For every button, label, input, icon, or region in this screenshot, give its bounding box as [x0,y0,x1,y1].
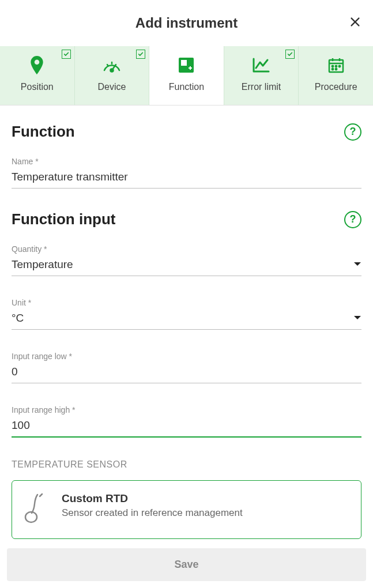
field-range-low: Input range low * [12,352,361,383]
section-header-function: Function ? [12,123,361,141]
svg-point-18 [335,69,336,70]
quantity-select[interactable]: Temperature [12,258,361,276]
close-button[interactable] [349,16,361,31]
section-header-function-input: Function input ? [12,210,361,228]
tabs-bar: Position Device Function Error limit Pro… [0,46,373,105]
gauge-icon [102,56,122,74]
svg-point-14 [331,66,333,67]
sensor-card-description: Sensor created in reference management [62,507,243,519]
pin-icon [29,56,44,74]
tab-label: Device [97,82,126,92]
field-range-high: Input range high * [12,405,361,438]
unit-label: Unit * [12,298,361,307]
save-button[interactable]: Save [7,548,366,581]
svg-rect-7 [181,60,187,66]
calendar-icon [327,56,345,74]
footer: Save [0,541,373,588]
tab-label: Position [21,82,54,92]
name-label: Name * [12,157,361,166]
unit-value: °C [12,312,361,325]
section-title: Function input [12,210,116,228]
range-high-label: Input range high * [12,405,361,414]
tab-error-limit[interactable]: Error limit [224,46,299,105]
svg-point-17 [331,69,333,70]
tab-check-icon [62,50,71,59]
tab-position[interactable]: Position [0,46,75,105]
svg-point-15 [335,66,336,67]
name-input[interactable] [12,171,361,183]
dialog-header: Add instrument [0,0,373,46]
quantity-value: Temperature [12,258,361,271]
question-icon: ? [350,213,356,225]
tab-procedure[interactable]: Procedure [299,46,373,105]
svg-line-4 [107,65,108,66]
temperature-sensor-header: TEMPERATURE SENSOR [12,459,361,470]
field-name: Name * [12,157,361,189]
tab-function[interactable]: Function [149,46,224,105]
sensor-icon [24,492,49,527]
quantity-label: Quantity * [12,244,361,254]
question-icon: ? [350,126,356,138]
field-unit: Unit * °C [12,298,361,330]
tab-label: Error limit [242,82,281,92]
section-title: Function [12,123,75,141]
content-scroll-area[interactable]: Function ? Name * Function input ? Quant… [0,105,373,588]
help-button[interactable]: ? [344,211,361,228]
range-high-input[interactable] [12,419,361,432]
sensor-card-title: Custom RTD [62,492,243,505]
tab-check-icon [285,50,295,59]
tab-check-icon [136,50,145,59]
tab-label: Function [169,82,204,92]
sensor-card[interactable]: Custom RTD Sensor created in reference m… [12,480,361,539]
unit-select[interactable]: °C [12,312,361,330]
svg-point-16 [338,66,340,67]
close-icon [349,16,361,28]
function-icon [178,56,195,74]
tab-label: Procedure [315,82,357,92]
chart-line-icon [252,56,270,74]
dialog-title: Add instrument [135,15,238,31]
field-quantity: Quantity * Temperature [12,244,361,276]
tab-device[interactable]: Device [75,46,150,105]
help-button[interactable]: ? [344,123,361,141]
range-low-label: Input range low * [12,352,361,361]
range-low-input[interactable] [12,365,361,378]
